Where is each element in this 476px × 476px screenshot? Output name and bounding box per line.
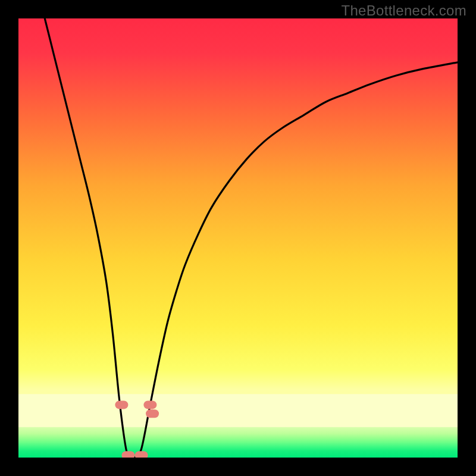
gradient-background <box>18 18 458 458</box>
dip-right-marker <box>143 400 156 409</box>
dip-left-marker <box>115 400 128 409</box>
bottom-marker-2 <box>135 451 148 458</box>
watermark-text: TheBottleneck.com <box>341 2 466 19</box>
bottom-marker-1 <box>122 451 135 458</box>
dip-right-marker-2 <box>146 409 159 418</box>
plot-svg <box>18 18 458 458</box>
chart-frame: TheBottleneck.com <box>0 0 476 476</box>
plot-area <box>18 18 458 458</box>
